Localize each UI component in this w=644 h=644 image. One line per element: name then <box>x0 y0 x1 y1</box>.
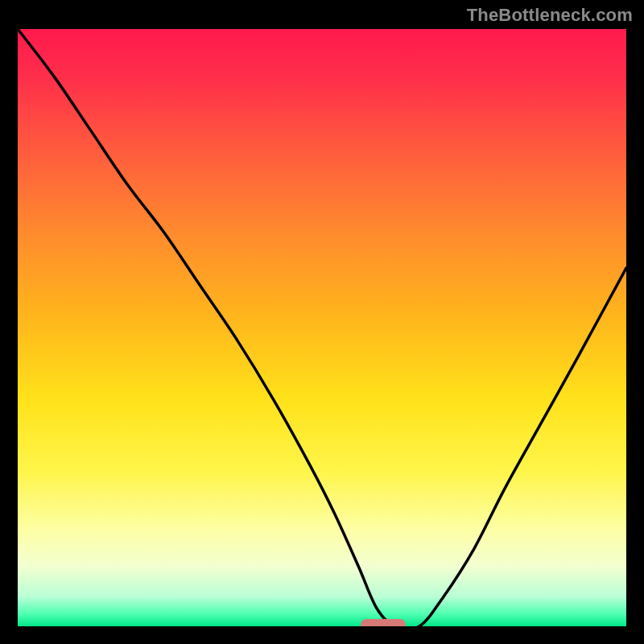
plot-area <box>18 29 626 626</box>
optimal-marker <box>361 619 406 626</box>
chart-frame: TheBottleneck.com <box>0 0 644 644</box>
watermark-text: TheBottleneck.com <box>467 5 633 26</box>
bottleneck-curve <box>18 29 626 626</box>
curve-path <box>18 29 626 626</box>
